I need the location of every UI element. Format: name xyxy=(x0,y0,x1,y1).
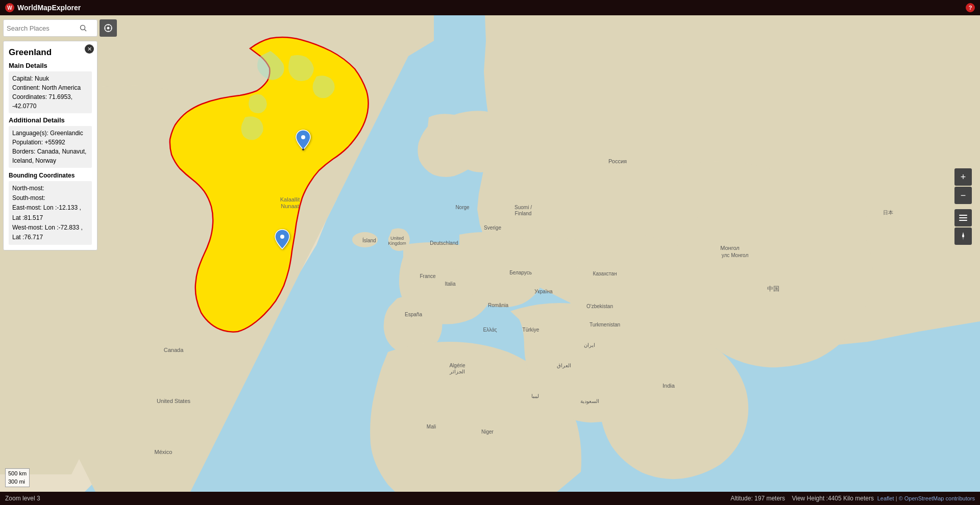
svg-text:Україна: Україна xyxy=(534,289,553,294)
svg-point-59 xyxy=(962,235,964,237)
svg-text:الجزائر: الجزائر xyxy=(449,369,465,375)
svg-text:Deutschland: Deutschland xyxy=(430,240,458,246)
continent-line: Continent: North America xyxy=(12,84,81,91)
zoom-in-button[interactable]: + xyxy=(954,168,972,186)
svg-text:ليبيا: ليبيا xyxy=(531,393,539,399)
svg-text:ایران: ایران xyxy=(584,342,595,348)
svg-text:O'zbekistan: O'zbekistan xyxy=(586,304,613,309)
layers-button[interactable] xyxy=(954,209,972,226)
attribution: Leaflet | © OpenStreetMap contributors xyxy=(877,495,975,501)
status-bar: Zoom level 3 Altitude: 197 meters View H… xyxy=(0,492,980,505)
svg-text:Suomi /: Suomi / xyxy=(514,205,532,210)
svg-text:السعودية: السعودية xyxy=(580,398,599,405)
population-line: Population: +55992 xyxy=(12,139,65,146)
east-most: East-most: Lon :-12.133 , xyxy=(12,204,81,211)
svg-text:Canada: Canada xyxy=(164,347,184,353)
bounding-details-box: North-most: South-most: East-most: Lon :… xyxy=(9,181,92,245)
svg-text:Norge: Norge xyxy=(455,205,470,210)
compass-button[interactable] xyxy=(954,228,972,245)
east-lat: Lat :81.517 xyxy=(12,214,43,221)
app-header: W WorldMapExplorer ? xyxy=(0,0,980,15)
svg-text:Монгол: Монгол xyxy=(720,245,740,251)
bounding-title: Bounding Coordinates xyxy=(9,172,92,179)
west-lat: Lat :76.717 xyxy=(12,234,43,241)
west-most: West-most: Lon :-72.833 , xyxy=(12,224,83,231)
svg-text:France: France xyxy=(420,273,436,279)
svg-rect-56 xyxy=(959,220,967,221)
search-input[interactable] xyxy=(7,24,78,32)
svg-text:日本: 日本 xyxy=(883,210,893,215)
svg-text:Niger: Niger xyxy=(481,429,494,435)
svg-rect-55 xyxy=(959,217,967,218)
svg-text:México: México xyxy=(155,449,173,455)
scale-km: 500 km xyxy=(8,470,27,477)
osm-link[interactable]: © OpenStreetMap contributors xyxy=(899,495,975,501)
capital-line: Capital: Nuuk xyxy=(12,75,49,82)
svg-text:Казахстан: Казахстан xyxy=(593,271,617,276)
altitude-info: Altitude: 197 meters View Height :4405 K… xyxy=(730,495,874,502)
country-name: Greenland xyxy=(9,47,92,58)
svg-line-47 xyxy=(85,30,87,32)
map-controls: + − xyxy=(954,168,972,245)
svg-text:United: United xyxy=(390,236,404,241)
svg-text:Algérie: Algérie xyxy=(449,363,465,368)
svg-text:India: India xyxy=(663,383,675,389)
app-title: WorldMapExplorer xyxy=(17,4,81,12)
svg-text:Finland: Finland xyxy=(515,211,532,216)
zoom-level: Zoom level 3 xyxy=(5,495,40,502)
svg-text:Türkiye: Türkiye xyxy=(523,327,540,333)
zoom-out-button[interactable]: − xyxy=(954,187,972,204)
svg-text:中国: 中国 xyxy=(767,285,779,292)
svg-rect-54 xyxy=(959,215,967,216)
close-button[interactable]: ✕ xyxy=(85,44,94,54)
toolbar xyxy=(3,19,117,37)
additional-details-box: Language(s): Greenlandic Population: +55… xyxy=(9,126,92,168)
svg-text:العراق: العراق xyxy=(557,363,571,369)
svg-point-44 xyxy=(302,148,304,150)
svg-point-45 xyxy=(280,235,284,239)
svg-text:Ελλάς: Ελλάς xyxy=(483,327,497,333)
svg-text:Italia: Italia xyxy=(445,281,456,287)
north-most: North-most: xyxy=(12,185,44,192)
svg-point-53 xyxy=(107,27,110,30)
scale-mi: 300 mi xyxy=(8,478,27,486)
search-box[interactable] xyxy=(3,19,97,37)
controls-separator xyxy=(954,205,972,208)
map-svg[interactable]: Kalaallit Nunaat Ísland United Kingdom xyxy=(0,15,980,505)
main-details-title: Main Details xyxy=(9,62,92,69)
svg-text:España: España xyxy=(405,312,422,317)
svg-text:Nunaat: Nunaat xyxy=(281,203,299,209)
svg-text:улс Монгол: улс Монгол xyxy=(722,252,749,258)
svg-text:România: România xyxy=(488,302,508,308)
south-most: South-most: xyxy=(12,194,45,201)
leaflet-link[interactable]: Leaflet xyxy=(877,495,894,501)
svg-text:Kalaallit: Kalaallit xyxy=(280,196,300,203)
svg-text:Россия: Россия xyxy=(608,158,627,164)
app-logo-icon: W xyxy=(5,3,14,12)
svg-text:Ísland: Ísland xyxy=(362,237,376,243)
borders-line: Borders: Canada, Nunavut, Iceland, Norwa… xyxy=(12,148,86,164)
map-area: Kalaallit Nunaat Ísland United Kingdom xyxy=(0,15,980,505)
coordinates-line: Coordinates: 71.6953, -42.0770 xyxy=(12,93,72,110)
language-line: Language(s): Greenlandic xyxy=(12,130,83,137)
svg-point-43 xyxy=(301,135,305,139)
help-button[interactable]: ? xyxy=(966,3,975,12)
additional-details-title: Additional Details xyxy=(9,116,92,124)
svg-text:Sverige: Sverige xyxy=(484,225,501,231)
info-panel: ✕ Greenland Main Details Capital: Nuuk C… xyxy=(3,41,97,250)
main-details-box: Capital: Nuuk Continent: North America C… xyxy=(9,71,92,113)
gps-button[interactable] xyxy=(100,19,117,37)
svg-text:Беларусь: Беларусь xyxy=(509,270,532,275)
search-button[interactable] xyxy=(78,23,88,33)
svg-point-46 xyxy=(81,26,85,30)
scale-bar: 500 km 300 mi xyxy=(5,468,30,487)
svg-text:Mali: Mali xyxy=(427,424,436,430)
svg-text:United States: United States xyxy=(157,398,191,404)
svg-text:Turkmenistan: Turkmenistan xyxy=(590,322,620,327)
